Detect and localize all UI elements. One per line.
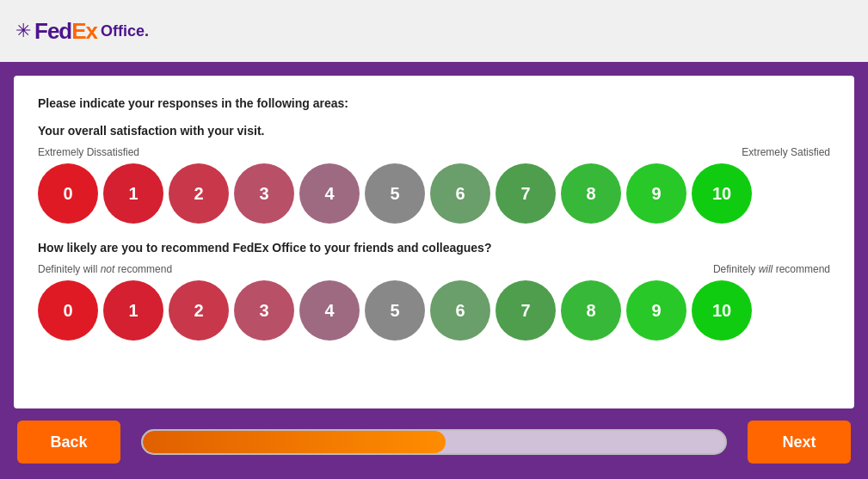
q1-rating-1[interactable]: 1	[103, 163, 163, 224]
instruction-text: Please indicate your responses in the fo…	[38, 96, 830, 110]
ex-text: Ex	[71, 18, 97, 44]
q2-scale-labels: Definitely will not recommend Definitely…	[38, 263, 830, 275]
q2-rating-row: 0 1 2 3 4 5 6 7 8 9 10	[38, 280, 830, 341]
q1-rating-row: 0 1 2 3 4 5 6 7 8 9 10	[38, 163, 830, 224]
q1-rating-6[interactable]: 6	[430, 163, 490, 224]
q2-rating-4[interactable]: 4	[299, 280, 360, 341]
q2-rating-9[interactable]: 9	[626, 280, 686, 341]
q2-rating-5[interactable]: 5	[365, 280, 425, 341]
q1-rating-2[interactable]: 2	[169, 163, 229, 224]
q2-label-right: Definitely will recommend	[713, 263, 830, 275]
office-text: Office.	[101, 22, 149, 40]
q1-rating-8[interactable]: 8	[561, 163, 621, 224]
survey-card: Please indicate your responses in the fo…	[14, 76, 854, 408]
q1-rating-4[interactable]: 4	[299, 163, 360, 224]
progress-bar	[141, 429, 727, 455]
q2-rating-8[interactable]: 8	[561, 280, 621, 341]
progress-fill	[143, 431, 446, 453]
q2-label-left: Definitely will not recommend	[38, 263, 172, 275]
back-button[interactable]: Back	[17, 421, 120, 464]
q1-rating-5[interactable]: 5	[365, 163, 425, 224]
q2-rating-10[interactable]: 10	[692, 280, 752, 341]
fed-text: Fed	[34, 18, 71, 44]
q1-rating-0[interactable]: 0	[38, 163, 98, 224]
q2-rating-0[interactable]: 0	[38, 280, 98, 341]
fedex-logo: FedEx	[34, 18, 97, 45]
q1-label-left: Extremely Dissatisfied	[38, 146, 139, 158]
q1-rating-10[interactable]: 10	[692, 163, 752, 224]
main-area: Please indicate your responses in the fo…	[0, 62, 868, 479]
q1-label-right: Extremely Satisfied	[742, 146, 830, 158]
q2-rating-6[interactable]: 6	[430, 280, 490, 341]
q1-rating-9[interactable]: 9	[626, 163, 686, 224]
q1-rating-3[interactable]: 3	[234, 163, 294, 224]
header: ✳ FedEx Office.	[0, 0, 868, 62]
q2-rating-1[interactable]: 1	[103, 280, 163, 341]
q2-title: How likely are you to recommend FedEx Of…	[38, 241, 830, 255]
q1-title: Your overall satisfaction with your visi…	[38, 124, 830, 138]
q2-rating-2[interactable]: 2	[169, 280, 229, 341]
q1-rating-7[interactable]: 7	[496, 163, 556, 224]
snowflake-icon: ✳	[15, 20, 31, 42]
next-button[interactable]: Next	[748, 421, 851, 464]
logo: ✳ FedEx Office.	[14, 18, 149, 45]
q2-section: How likely are you to recommend FedEx Of…	[38, 241, 830, 341]
q2-rating-7[interactable]: 7	[496, 280, 556, 341]
q1-scale-labels: Extremely Dissatisfied Extremely Satisfi…	[38, 146, 830, 158]
q2-rating-3[interactable]: 3	[234, 280, 294, 341]
bottom-bar: Back Next	[14, 419, 854, 465]
